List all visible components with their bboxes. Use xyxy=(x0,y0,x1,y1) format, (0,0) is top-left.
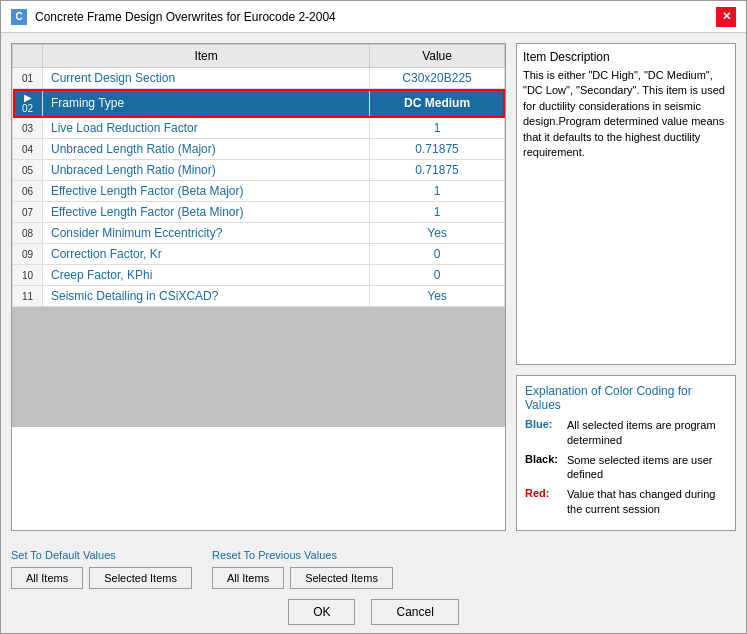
color-label: Red: xyxy=(525,487,563,499)
dialog-body: Item Value 01Current Design SectionC30x2… xyxy=(1,33,746,541)
left-panel: Item Value 01Current Design SectionC30x2… xyxy=(11,43,506,531)
row-label: Correction Factor, Kr xyxy=(43,244,370,265)
row-value: C30x20B225 xyxy=(370,68,505,89)
row-arrow: 04 xyxy=(13,139,43,160)
row-value: 0.71875 xyxy=(370,160,505,181)
row-label: Consider Minimum Eccentricity? xyxy=(43,223,370,244)
reset-selected-button[interactable]: Selected Items xyxy=(290,567,393,589)
color-item: Black:Some selected items are user defin… xyxy=(525,453,727,482)
button-groups: Set To Default Values All Items Selected… xyxy=(11,549,736,589)
row-value: 0 xyxy=(370,244,505,265)
col-num-header xyxy=(13,45,43,68)
row-label: Effective Length Factor (Beta Major) xyxy=(43,181,370,202)
row-label: Framing Type xyxy=(43,89,370,118)
reset-to-previous-buttons: All Items Selected Items xyxy=(212,567,393,589)
row-label: Current Design Section xyxy=(43,68,370,89)
row-value: 0.71875 xyxy=(370,139,505,160)
row-label: Effective Length Factor (Beta Minor) xyxy=(43,202,370,223)
dialog: C Concrete Frame Design Overwrites for E… xyxy=(0,0,747,634)
set-default-selected-button[interactable]: Selected Items xyxy=(89,567,192,589)
reset-all-button[interactable]: All Items xyxy=(212,567,284,589)
row-value: DC Medium xyxy=(370,89,505,118)
set-to-default-label: Set To Default Values xyxy=(11,549,192,561)
row-label: Unbraced Length Ratio (Major) xyxy=(43,139,370,160)
title-bar-left: C Concrete Frame Design Overwrites for E… xyxy=(11,9,336,25)
close-button[interactable]: ✕ xyxy=(716,7,736,27)
table-row[interactable]: 04Unbraced Length Ratio (Major)0.71875 xyxy=(13,139,505,160)
item-description-box: Item Description This is either "DC High… xyxy=(516,43,736,365)
row-arrow: ▶ 02 xyxy=(13,89,43,118)
table-row[interactable]: 07Effective Length Factor (Beta Minor)1 xyxy=(13,202,505,223)
col-value-header: Value xyxy=(370,45,505,68)
col-item-header: Item xyxy=(43,45,370,68)
row-arrow: 05 xyxy=(13,160,43,181)
reset-to-previous-group: Reset To Previous Values All Items Selec… xyxy=(212,549,393,589)
color-item: Red:Value that has changed during the cu… xyxy=(525,487,727,516)
row-label: Seismic Detailing in CSiXCAD? xyxy=(43,286,370,307)
color-label: Blue: xyxy=(525,418,563,430)
row-arrow: 08 xyxy=(13,223,43,244)
table-row[interactable]: 01Current Design SectionC30x20B225 xyxy=(13,68,505,89)
color-item: Blue:All selected items are program dete… xyxy=(525,418,727,447)
table-row[interactable]: 11Seismic Detailing in CSiXCAD?Yes xyxy=(13,286,505,307)
table-container[interactable]: Item Value 01Current Design SectionC30x2… xyxy=(11,43,506,531)
cancel-button[interactable]: Cancel xyxy=(371,599,458,625)
overwrites-table: Item Value 01Current Design SectionC30x2… xyxy=(12,44,505,307)
table-row[interactable]: ▶ 02Framing TypeDC Medium xyxy=(13,89,505,118)
table-row[interactable]: 06Effective Length Factor (Beta Major)1 xyxy=(13,181,505,202)
color-coding-title: Explanation of Color Coding for Values xyxy=(525,384,727,412)
table-row[interactable]: 05Unbraced Length Ratio (Minor)0.71875 xyxy=(13,160,505,181)
row-arrow: 11 xyxy=(13,286,43,307)
row-arrow: 06 xyxy=(13,181,43,202)
row-value: Yes xyxy=(370,223,505,244)
row-arrow: 07 xyxy=(13,202,43,223)
row-value: 1 xyxy=(370,202,505,223)
item-description-text: This is either "DC High", "DC Medium", "… xyxy=(523,68,729,160)
ok-button[interactable]: OK xyxy=(288,599,355,625)
row-arrow: 03 xyxy=(13,118,43,139)
dialog-title: Concrete Frame Design Overwrites for Eur… xyxy=(35,10,336,24)
row-value: Yes xyxy=(370,286,505,307)
row-arrow: 10 xyxy=(13,265,43,286)
row-value: 1 xyxy=(370,118,505,139)
table-row[interactable]: 08Consider Minimum Eccentricity?Yes xyxy=(13,223,505,244)
ok-cancel-row: OK Cancel xyxy=(11,599,736,625)
bottom-area: Set To Default Values All Items Selected… xyxy=(1,541,746,633)
color-label: Black: xyxy=(525,453,563,465)
row-label: Unbraced Length Ratio (Minor) xyxy=(43,160,370,181)
right-panel: Item Description This is either "DC High… xyxy=(516,43,736,531)
app-icon: C xyxy=(11,9,27,25)
reset-to-previous-label: Reset To Previous Values xyxy=(212,549,393,561)
row-value: 1 xyxy=(370,181,505,202)
row-value: 0 xyxy=(370,265,505,286)
row-arrow: 01 xyxy=(13,68,43,89)
color-description: All selected items are program determine… xyxy=(567,418,727,447)
color-coding-box: Explanation of Color Coding for Values B… xyxy=(516,375,736,531)
set-to-default-group: Set To Default Values All Items Selected… xyxy=(11,549,192,589)
item-description-title: Item Description xyxy=(523,50,729,64)
table-row[interactable]: 09Correction Factor, Kr0 xyxy=(13,244,505,265)
set-to-default-buttons: All Items Selected Items xyxy=(11,567,192,589)
color-description: Some selected items are user defined xyxy=(567,453,727,482)
set-default-all-button[interactable]: All Items xyxy=(11,567,83,589)
color-description: Value that has changed during the curren… xyxy=(567,487,727,516)
empty-area xyxy=(12,307,505,427)
row-label: Creep Factor, KPhi xyxy=(43,265,370,286)
row-label: Live Load Reduction Factor xyxy=(43,118,370,139)
title-bar: C Concrete Frame Design Overwrites for E… xyxy=(1,1,746,33)
table-row[interactable]: 10Creep Factor, KPhi0 xyxy=(13,265,505,286)
table-row[interactable]: 03Live Load Reduction Factor1 xyxy=(13,118,505,139)
row-arrow: 09 xyxy=(13,244,43,265)
